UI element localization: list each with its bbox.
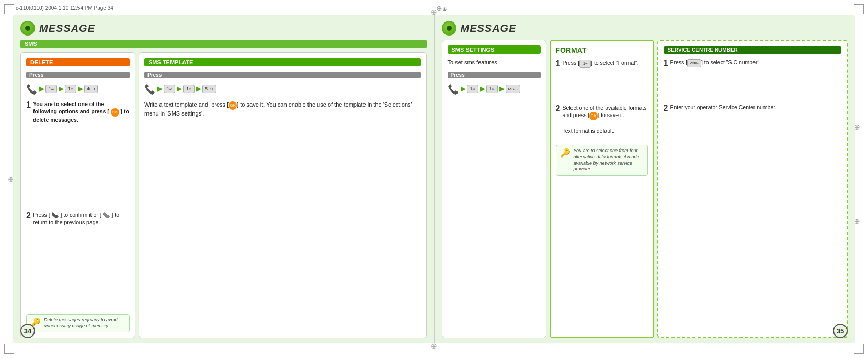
key-1-ss: 1∞	[467, 85, 478, 93]
key-5-tmpl: 5JKL	[202, 85, 216, 93]
key-4-delete: 4GH	[84, 85, 98, 93]
corner-mark-br	[854, 344, 864, 354]
format-note-text: You are to select one from four alternat…	[574, 148, 644, 172]
key-msg-ss: MSG	[506, 85, 520, 93]
service-column: SERVICE CENTRE NUMBER 1 Press [2ABC] to …	[657, 40, 848, 338]
back-icon	[103, 212, 110, 219]
pages-container: MESSAGE SMS DELETE Press ▶	[13, 15, 855, 343]
key-1-format: 1∞	[579, 60, 591, 68]
sms-settings-header: SMS SETTINGS	[448, 45, 541, 54]
service-header: SERVICE CENTRE NUMBER	[664, 46, 842, 54]
page-number-35: 35	[833, 324, 848, 338]
corner-mark-tr	[854, 4, 864, 14]
sms-badge: SMS	[20, 40, 427, 48]
template-header: SMS TEMPLATE	[144, 58, 421, 66]
arrow-t3: ▶	[196, 85, 201, 93]
arrow3: ▶	[78, 85, 83, 93]
delete-step1: 1 You are to select one of the following…	[26, 101, 130, 123]
corner-mark-tl	[4, 4, 14, 14]
delete-press-badge: Press	[26, 72, 130, 78]
page-left: MESSAGE SMS DELETE Press ▶	[13, 15, 434, 343]
sms-settings-desc: To set sms features.	[448, 59, 541, 65]
arrow-t2: ▶	[177, 85, 181, 93]
page-right: MESSAGE SMS SETTINGS To set sms features…	[434, 15, 855, 343]
sms-settings-key-sequence: ▶ 1∞ ▶ 1∞ ▶ MSG	[448, 83, 541, 95]
right-message-icon	[442, 21, 456, 36]
service-step1: 1 Press [2ABC] to select "S.C number".	[664, 59, 842, 67]
key-1b-tmpl: 1∞	[183, 85, 195, 93]
ok-icon-format: OK	[589, 112, 598, 120]
format-column: FORMAT 1 Press [1∞] to select "Format". …	[550, 40, 654, 338]
delete-column: DELETE Press ▶ 1∞ ▶ 1∞ ▶ 4GH	[20, 52, 135, 338]
left-message-title: MESSAGE	[39, 22, 95, 34]
delete-header: DELETE	[26, 58, 130, 66]
key-1-delete: 1∞	[45, 85, 57, 93]
left-message-icon	[20, 21, 35, 36]
arrow-ss3: ▶	[499, 85, 504, 93]
arrow-t1: ▶	[157, 85, 162, 93]
template-body: Write a text template and, press [OK] to…	[144, 101, 421, 118]
phone-icon-delete	[26, 83, 38, 95]
main-content: MESSAGE SMS DELETE Press ▶	[13, 15, 855, 343]
ok-icon-1: OK	[111, 108, 119, 117]
key-1b-ss: 1∞	[486, 85, 498, 93]
arrow1: ▶	[39, 85, 44, 93]
top-right-crosshair: ⊕	[436, 4, 852, 11]
key-1b-delete: 1∞	[65, 85, 76, 93]
delete-step2: 2 Press [ ] to confirm it or [ ] to retu…	[26, 212, 130, 226]
template-press-badge: Press	[144, 72, 421, 78]
sms-settings-press-badge: Press	[448, 72, 541, 78]
phone-icon-sms-settings	[448, 83, 459, 95]
left-content-columns: DELETE Press ▶ 1∞ ▶ 1∞ ▶ 4GH	[20, 52, 427, 338]
arrow-ss1: ▶	[461, 85, 465, 93]
sms-settings-column: SMS SETTINGS To set sms features. Press …	[442, 40, 546, 338]
note-icon-format: 🔑	[560, 148, 570, 158]
key-1-tmpl: 1∞	[164, 85, 175, 93]
arrow2: ▶	[59, 85, 63, 93]
right-message-title: MESSAGE	[461, 22, 517, 34]
page-number-34: 34	[20, 324, 35, 338]
arrow-ss2: ▶	[480, 85, 485, 93]
format-step1: 1 Press [1∞] to select "Format".	[556, 60, 648, 68]
key-2-service: 2ABC	[687, 59, 701, 67]
format-note: 🔑 You are to select one from four altern…	[556, 145, 648, 176]
right-content-columns: SMS SETTINGS To set sms features. Press …	[442, 40, 848, 338]
template-key-sequence: ▶ 1∞ ▶ 1∞ ▶ 5JKL	[144, 83, 421, 95]
template-column: SMS TEMPLATE Press ▶ 1∞ ▶ 1∞ ▶ 5JKL	[139, 52, 427, 338]
phone-icon-template	[144, 83, 156, 95]
right-message-heading: MESSAGE	[442, 21, 848, 36]
ok-icon-tmpl: OK	[229, 101, 237, 110]
confirm-icon	[52, 212, 59, 219]
delete-note: 🔑 Delete messages regularly to avoid unn…	[26, 314, 130, 332]
format-step2: 2 Select one of the available formats an…	[556, 105, 648, 134]
corner-mark-bl	[4, 344, 14, 354]
delete-key-sequence: ▶ 1∞ ▶ 1∞ ▶ 4GH	[26, 83, 130, 95]
service-step2: 2 Enter your operator Service Center num…	[664, 104, 842, 112]
header-text: c-110(0110) 2004.1.10 12:54 PM Page 34	[16, 5, 432, 11]
delete-note-text: Delete messages regularly to avoid unnec…	[44, 317, 125, 329]
left-message-heading: MESSAGE	[20, 21, 427, 36]
format-header: FORMAT	[556, 46, 648, 54]
